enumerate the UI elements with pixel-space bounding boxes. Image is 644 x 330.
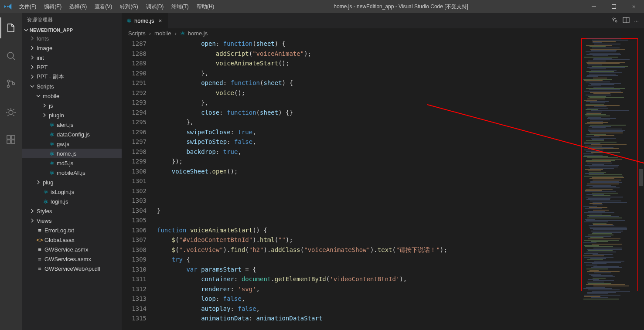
tree-file[interactable]: ⚛dataConfig.js xyxy=(22,129,122,139)
tree-folder[interactable]: fonts xyxy=(22,34,122,43)
tree-folder[interactable]: Views xyxy=(22,216,122,225)
tree-folder[interactable]: Styles xyxy=(22,206,122,216)
window-controls xyxy=(584,0,644,13)
tree-label: Global.asax xyxy=(44,237,75,243)
vscode-logo-icon xyxy=(0,3,15,10)
menu-item[interactable]: 转到(G) xyxy=(116,1,142,13)
svg-point-7 xyxy=(7,85,10,88)
twisty-icon xyxy=(29,208,36,214)
menu-item[interactable]: 终端(T) xyxy=(167,1,192,13)
breadcrumb-item[interactable]: mobile xyxy=(154,30,171,37)
tree-file[interactable]: ⚛mobileAll.js xyxy=(22,168,122,177)
tree-label: js xyxy=(48,102,53,109)
extensions-icon[interactable] xyxy=(0,129,21,150)
tree-label: PPT - 副本 xyxy=(36,73,64,81)
more-icon[interactable]: ··· xyxy=(634,17,639,24)
titlebar: 文件(F)编辑(E)选择(S)查看(V)转到(G)调试(D)终端(T)帮助(H)… xyxy=(0,0,644,13)
file-icon: ≡ xyxy=(36,256,44,262)
editor-area: ⚛ home.js × ··· Scripts › mobile › ⚛ hom… xyxy=(122,13,644,330)
close-tab-icon[interactable]: × xyxy=(157,17,164,24)
tree-label: Scripts xyxy=(36,83,54,90)
tree-folder[interactable]: PPT xyxy=(22,62,122,72)
minimap[interactable] xyxy=(581,38,638,326)
tree-label: fonts xyxy=(36,35,49,42)
split-editor-icon[interactable] xyxy=(623,17,630,25)
svg-rect-11 xyxy=(7,140,10,143)
twisty-icon xyxy=(29,218,36,223)
tree-folder[interactable]: PPT - 副本 xyxy=(22,72,122,82)
vertical-scrollbar[interactable] xyxy=(638,38,644,330)
breadcrumb-item[interactable]: home.js xyxy=(188,30,208,37)
explorer-icon[interactable] xyxy=(0,17,21,38)
tree-file[interactable]: <>Global.asax xyxy=(22,235,122,245)
tree-file[interactable]: ⚛md5.js xyxy=(22,158,122,168)
twisty-icon xyxy=(41,112,48,118)
menu-item[interactable]: 调试(D) xyxy=(142,1,168,13)
compare-icon[interactable] xyxy=(611,17,618,25)
tree-folder[interactable]: mobile xyxy=(22,91,122,101)
tree-file[interactable]: ≡ErrorLog.txt xyxy=(22,225,122,235)
activity-bar xyxy=(0,13,22,330)
tree-label: PPT xyxy=(36,64,48,71)
menu-item[interactable]: 编辑(E) xyxy=(40,1,65,13)
debug-icon[interactable] xyxy=(0,101,21,122)
react-icon: ⚛ xyxy=(42,198,50,205)
twisty-icon xyxy=(29,74,36,79)
file-icon: ≡ xyxy=(36,265,44,272)
maximize-button[interactable] xyxy=(604,0,624,13)
chevron-right-icon: › xyxy=(173,30,178,37)
tree-label: init xyxy=(36,54,44,61)
editor-body[interactable]: 1287 1288 1289 1290 1291 1292 1293 1294 … xyxy=(122,38,644,330)
breadcrumbs[interactable]: Scripts › mobile › ⚛ home.js xyxy=(122,28,644,38)
tree-folder[interactable]: plug xyxy=(22,177,122,187)
menu-item[interactable]: 查看(V) xyxy=(91,1,116,13)
tree-file[interactable]: ⚛isLogin.js xyxy=(22,187,122,197)
react-icon: ⚛ xyxy=(48,131,56,138)
window-title: home.js - newEdition_app - Visual Studio… xyxy=(218,3,584,10)
minimize-button[interactable] xyxy=(584,0,604,13)
search-icon[interactable] xyxy=(0,45,21,66)
menu-item[interactable]: 帮助(H) xyxy=(193,1,218,13)
editor-tabs: ⚛ home.js × ··· xyxy=(122,13,644,28)
tree-folder[interactable]: Image xyxy=(22,43,122,53)
tree-file[interactable]: ⚛alert.js xyxy=(22,120,122,129)
twisty-icon xyxy=(29,45,36,51)
svg-point-4 xyxy=(7,52,14,58)
code-icon: <> xyxy=(36,237,44,243)
twisty-icon xyxy=(29,55,36,60)
tree-label: home.js xyxy=(56,150,77,157)
menu-item[interactable]: 选择(S) xyxy=(65,1,91,13)
tree-label: ErrorLog.txt xyxy=(44,227,74,234)
tree-folder[interactable]: Scripts xyxy=(22,82,122,91)
file-icon: ≡ xyxy=(36,246,44,253)
tree-file[interactable]: ≡GWServices.asmx xyxy=(22,254,122,264)
tree-file[interactable]: ≡GWServiceWebApi.dll xyxy=(22,264,122,273)
react-icon: ⚛ xyxy=(48,122,56,128)
tree-label: mobile xyxy=(42,93,59,99)
react-icon: ⚛ xyxy=(180,30,186,37)
tree-file[interactable]: ≡GWService.asmx xyxy=(22,245,122,254)
tree-label: dataConfig.js xyxy=(56,131,90,138)
tree-file[interactable]: ⚛login.js xyxy=(22,197,122,206)
scrollbar-thumb[interactable] xyxy=(639,169,643,186)
tab-label: home.js xyxy=(134,17,154,24)
code-content[interactable]: open: function(sheet) { addScript("voice… xyxy=(153,38,644,330)
sidebar-root[interactable]: NEWEDITION_APP xyxy=(22,27,122,34)
tree-file[interactable]: ⚛gw.js xyxy=(22,139,122,149)
tab-home-js[interactable]: ⚛ home.js × xyxy=(122,13,169,28)
tree-folder[interactable]: init xyxy=(22,53,122,62)
twisty-icon xyxy=(35,93,42,99)
tree-folder[interactable]: js xyxy=(22,101,122,110)
source-control-icon[interactable] xyxy=(0,73,21,94)
svg-rect-12 xyxy=(11,140,15,143)
tree-label: Styles xyxy=(36,208,52,214)
chevron-right-icon: › xyxy=(147,30,153,37)
menu-item[interactable]: 文件(F) xyxy=(15,1,40,13)
twisty-icon xyxy=(29,65,36,70)
twisty-icon xyxy=(29,84,36,89)
close-button[interactable] xyxy=(624,0,644,13)
tree-file[interactable]: ⚛home.js xyxy=(22,149,122,158)
tree-folder[interactable]: plugin xyxy=(22,110,122,120)
tree-label: GWServices.asmx xyxy=(44,256,91,262)
breadcrumb-item[interactable]: Scripts xyxy=(128,30,146,37)
